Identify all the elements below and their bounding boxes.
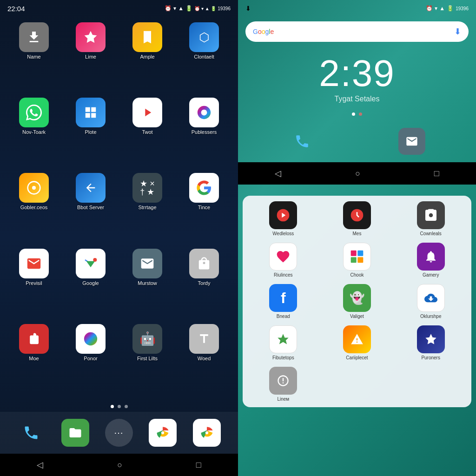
app-bbot[interactable]: Bbot Server <box>64 173 117 245</box>
folder-linem[interactable]: Linем <box>248 367 318 402</box>
app-previsil-icon <box>19 249 49 278</box>
app-twot[interactable]: Twot <box>121 98 174 169</box>
folder-oklurshpe-label: Oklurshpe <box>420 314 442 319</box>
app-woed[interactable]: Woed <box>178 324 231 396</box>
folder-cariiplecet-label: Cariiplecet <box>346 355 368 360</box>
dock-files[interactable] <box>61 419 89 447</box>
app-ample-label: Ample <box>140 54 154 60</box>
folder-cownleals-icon <box>417 201 445 229</box>
folder-wedleloss-label: Wedleloss <box>272 231 294 236</box>
right-page-dots <box>238 108 476 120</box>
google-search-bar[interactable]: Google ⬇ <box>245 21 469 42</box>
app-gobler[interactable]: Gobler.ceos <box>7 173 60 245</box>
clock-time: 2:39 <box>238 55 476 92</box>
folder-mes-label: Mes <box>353 231 362 236</box>
folder-wedleloss-icon <box>269 201 297 229</box>
search-download-icon[interactable]: ⬇ <box>454 26 461 37</box>
app-name-icon <box>19 22 49 52</box>
app-plote[interactable]: Plote <box>64 98 117 169</box>
right-home-button[interactable]: ○ <box>355 169 360 178</box>
folder-valiget[interactable]: 👻 Valiget <box>322 284 392 319</box>
battery-icon: 🔋 <box>185 5 192 12</box>
app-publessers[interactable]: Publessers <box>178 98 231 169</box>
right-status-icons: ⏰ ▾ ▲ 🔋 19396 <box>426 5 469 12</box>
folder-wedleloss[interactable]: Wedleloss <box>248 201 318 236</box>
app-moe[interactable]: Moe <box>7 324 60 396</box>
app-lime[interactable]: Lime <box>64 22 117 94</box>
app-tordy[interactable]: Tordy <box>178 249 231 320</box>
app-previsil[interactable]: Previsil <box>7 249 60 320</box>
dock-chrome2[interactable] <box>193 419 221 447</box>
right-status-bar: ⬇ ⏰ ▾ ▲ 🔋 19396 <box>238 0 476 17</box>
folder-riulinces-label: Riulinces <box>274 272 293 278</box>
app-google-icon <box>76 249 106 278</box>
svg-point-1 <box>32 186 36 190</box>
app-lime-label: Lime <box>85 54 96 60</box>
folder-bnead[interactable]: f Bnead <box>248 284 318 319</box>
right-back-button[interactable]: ◁ <box>275 168 281 178</box>
app-firstlilts[interactable]: 🤖 First Lilts <box>121 324 174 396</box>
app-plote-label: Plote <box>85 129 96 135</box>
app-woed-label: Woed <box>198 356 211 361</box>
folder-cownleals[interactable]: Cownleals <box>396 201 466 236</box>
folder-chook[interactable]: Chook <box>322 243 392 278</box>
dock-chrome[interactable] <box>149 419 177 447</box>
app-strrtage-label: Strrtage <box>138 205 156 210</box>
folder-gamery[interactable]: Gamery <box>396 243 466 278</box>
svg-marker-14 <box>278 334 289 344</box>
right-recents-button[interactable]: □ <box>434 169 439 178</box>
svg-marker-2 <box>86 261 95 267</box>
battery-level: ⏰ ▾ ▲ 🔋 19396 <box>194 6 231 11</box>
dot-3 <box>125 405 128 408</box>
app-firstlilts-label: First Lilts <box>137 356 158 361</box>
app-plote-icon <box>76 98 106 127</box>
app-novtoark[interactable]: Nov-Toark <box>7 98 60 169</box>
back-button[interactable]: ◁ <box>37 460 43 470</box>
clock-widget: 2:39 Tygat Setales <box>238 46 476 108</box>
app-bbot-icon <box>76 173 106 203</box>
app-ponor[interactable]: Ponor <box>64 324 117 396</box>
right-dock-email[interactable] <box>398 128 425 155</box>
folder-popup: Wedleloss Mes Cownleals Riulinces Choo <box>243 196 471 407</box>
left-status-icons: ⏰ ▾ ▲ 🔋 ⏰ ▾ ▲ 🔋 19396 <box>165 5 231 12</box>
dot-2 <box>118 405 121 408</box>
folder-linem-label: Linем <box>277 397 289 402</box>
recents-button[interactable]: □ <box>196 460 201 470</box>
folder-mes-icon <box>343 201 371 229</box>
app-name[interactable]: Name <box>7 22 60 94</box>
left-phone: 22:04 ⏰ ▾ ▲ 🔋 ⏰ ▾ ▲ 🔋 19396 Name Lime <box>0 0 238 476</box>
app-clontaelt-icon: ⬡ <box>189 22 219 52</box>
app-name-label: Name <box>27 54 40 60</box>
app-ample[interactable]: Ample <box>121 22 174 94</box>
app-murstow[interactable]: Murstow <box>121 249 174 320</box>
folder-riulinces[interactable]: Riulinces <box>248 243 318 278</box>
svg-rect-11 <box>357 251 363 256</box>
folder-mes[interactable]: Mes <box>322 201 392 236</box>
folder-fibutetops[interactable]: Fibutetops <box>248 325 318 360</box>
right-dock-phone[interactable] <box>289 128 316 155</box>
app-moe-label: Moe <box>29 356 39 361</box>
app-clontaelt[interactable]: ⬡ Clontaelt <box>178 22 231 94</box>
app-novtoark-icon <box>19 98 49 127</box>
folder-puroners-icon <box>417 325 445 353</box>
app-woed-icon <box>189 324 219 354</box>
folder-oklurshpe[interactable]: Oklurshpe <box>396 284 466 319</box>
app-publessers-icon <box>189 98 219 127</box>
folder-cariiplecet[interactable]: Cariiplecet <box>322 325 392 360</box>
dock-phone[interactable] <box>17 419 45 447</box>
right-dot-1 <box>352 112 355 116</box>
home-button[interactable]: ○ <box>117 460 122 470</box>
app-lime-icon <box>76 22 106 52</box>
svg-rect-13 <box>357 257 363 263</box>
app-strrtage[interactable]: ★ ×† ★ Strrtage <box>121 173 174 245</box>
app-tince[interactable]: Tince <box>178 173 231 245</box>
right-phone: ⬇ ⏰ ▾ ▲ 🔋 19396 Google ⬇ 2:39 Tygat Seta… <box>238 0 476 476</box>
app-google[interactable]: Google <box>64 249 117 320</box>
app-gobler-label: Gobler.ceos <box>20 205 48 210</box>
folder-riulinces-icon <box>269 243 297 271</box>
folder-puroners[interactable]: Puroners <box>396 325 466 360</box>
folder-linem-icon <box>269 367 297 395</box>
folder-bnead-label: Bnead <box>277 314 290 319</box>
dock-apps[interactable]: ⋯ <box>105 419 133 447</box>
folder-cariiplecet-icon <box>343 325 371 353</box>
